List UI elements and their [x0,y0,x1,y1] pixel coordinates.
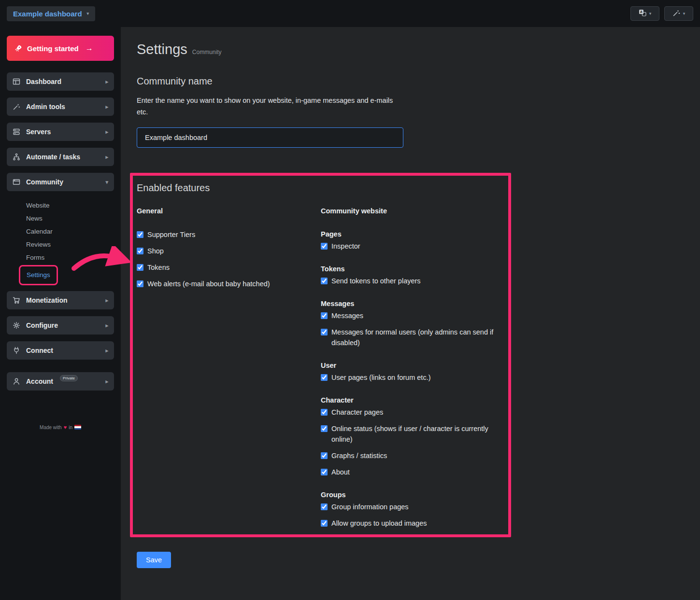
appearance-button[interactable]: ▾ [664,6,693,21]
checkbox[interactable] [137,231,143,238]
feature-group-user: User User pages (links on forum etc.) [321,361,496,383]
cart-icon [13,296,20,304]
sidebar-subitem-website[interactable]: Website [0,199,121,212]
feature-allow-group-images[interactable]: Allow groups to upload images [321,518,496,529]
checkbox-label: Messages [331,310,363,321]
enabled-features-annotation-box: Enabled features General Supporter Tiers… [130,173,511,537]
sidebar-item-connect[interactable]: Connect ▸ [7,341,114,360]
sidebar-subitem-forms[interactable]: Forms [0,251,121,264]
sidebar-item-community[interactable]: Community ▾ [7,173,114,191]
sidebar-footer: Made with ♥ in [0,424,121,430]
feature-character-pages[interactable]: Character pages [321,407,496,418]
sidebar-item-label: Admin tools [26,103,65,111]
checkbox[interactable] [321,329,328,335]
checkbox-label: Web alerts (e-mail about baby hatched) [147,279,270,289]
feature-tokens[interactable]: Tokens [137,262,321,273]
sidebar-item-account[interactable]: Account Private ▸ [7,372,114,391]
feature-supporter-tiers[interactable]: Supporter Tiers [137,229,321,240]
checkbox-label: User pages (links on forum etc.) [331,372,431,383]
magic-wand-icon [672,9,680,18]
main-content: Settings Community Community name Enter … [121,27,700,600]
checkbox[interactable] [137,280,143,287]
checkbox[interactable] [321,312,328,319]
sidebar-item-admin-tools[interactable]: Admin tools ▸ [7,98,114,116]
topbar: Example dashboard ▾ A ▾ ▾ [0,0,700,27]
translate-icon: A [639,9,646,18]
language-selector-button[interactable]: A ▾ [630,6,659,21]
feature-messages-normal-users[interactable]: Messages for normal users (only admins c… [321,327,496,348]
sidebar-item-label: Community [26,178,63,186]
feature-group-information-pages[interactable]: Group information pages [321,502,496,512]
group-heading: Groups [321,490,496,500]
feature-online-status[interactable]: Online status (shows if user / character… [321,423,496,445]
sidebar-item-label: Servers [26,128,51,136]
feature-graphs-statistics[interactable]: Graphs / statistics [321,450,496,461]
sidebar-item-configure[interactable]: Configure ▸ [7,316,114,335]
gear-icon [13,321,20,329]
save-button[interactable]: Save [137,552,171,568]
rocket-icon [14,44,22,52]
checkbox-label: About [331,467,350,477]
feature-group-pages: Pages Inspector [321,229,496,251]
feature-messages[interactable]: Messages [321,310,496,321]
settings-highlight-annotation: Settings [19,265,58,285]
checkbox[interactable] [321,243,328,250]
chevron-right-icon: ▸ [105,104,108,110]
feature-shop[interactable]: Shop [137,246,321,256]
community-name-input[interactable] [137,127,403,148]
netherlands-flag-icon [74,425,81,430]
chevron-right-icon: ▸ [105,79,108,85]
grid-icon [13,78,20,85]
community-website-heading: Community website [321,206,496,216]
topbar-actions: A ▾ ▾ [630,6,693,21]
community-website-column: Community website Pages Inspector Tokens… [321,206,496,534]
dashboard-selector-label: Example dashboard [13,10,82,18]
checkbox[interactable] [321,469,328,475]
community-name-description: Enter the name you want to show on your … [137,95,398,118]
sidebar-item-automate-tasks[interactable]: Automate / tasks ▸ [7,148,114,166]
checkbox[interactable] [321,278,328,284]
feature-about[interactable]: About [321,467,496,477]
chevron-right-icon: ▸ [105,348,108,354]
checkbox[interactable] [321,374,328,381]
sidebar: Getting started → Dashboard ▸ Admin tool… [0,27,121,600]
sidebar-subitem-reviews[interactable]: Reviews [0,238,121,251]
community-submenu: Website News Calendar Reviews Forms Sett… [0,198,121,291]
feature-send-tokens[interactable]: Send tokens to other players [321,276,496,286]
browser-window-icon [13,178,20,186]
chevron-down-icon: ▾ [87,11,89,16]
getting-started-button[interactable]: Getting started → [7,36,114,61]
dashboard-selector-button[interactable]: Example dashboard ▾ [7,6,95,21]
checkbox-label: Graphs / statistics [331,450,387,461]
feature-group-groups: Groups Group information pages Allow gro… [321,490,496,529]
sidebar-subitem-news[interactable]: News [0,212,121,225]
feature-inspector[interactable]: Inspector [321,241,496,251]
chevron-right-icon: ▸ [105,129,108,135]
user-icon [13,377,20,385]
checkbox[interactable] [321,503,328,510]
footer-text: Made with [40,425,62,430]
chevron-down-icon: ▾ [649,11,652,16]
page-header: Settings Community [137,42,681,57]
checkbox[interactable] [321,409,328,416]
checkbox[interactable] [137,248,143,254]
group-heading: Character [321,395,496,405]
sidebar-item-label: Dashboard [26,78,61,85]
checkbox[interactable] [321,452,328,459]
plug-icon [13,347,20,354]
checkbox[interactable] [321,425,328,432]
sidebar-item-servers[interactable]: Servers ▸ [7,123,114,141]
group-heading: Messages [321,299,496,308]
sidebar-item-dashboard[interactable]: Dashboard ▸ [7,72,114,91]
sidebar-item-label: Connect [26,347,53,354]
feature-user-pages[interactable]: User pages (links on forum etc.) [321,372,496,383]
checkbox[interactable] [321,520,328,527]
checkbox-label: Messages for normal users (only admins c… [331,327,496,348]
sidebar-item-label: Automate / tasks [26,153,80,161]
sidebar-subitem-calendar[interactable]: Calendar [0,225,121,238]
sidebar-item-monetization[interactable]: Monetization ▸ [7,291,114,309]
checkbox[interactable] [137,264,143,271]
sidebar-subitem-settings[interactable]: Settings [27,271,50,279]
chevron-right-icon: ▸ [105,322,108,329]
feature-web-alerts[interactable]: Web alerts (e-mail about baby hatched) [137,279,321,289]
